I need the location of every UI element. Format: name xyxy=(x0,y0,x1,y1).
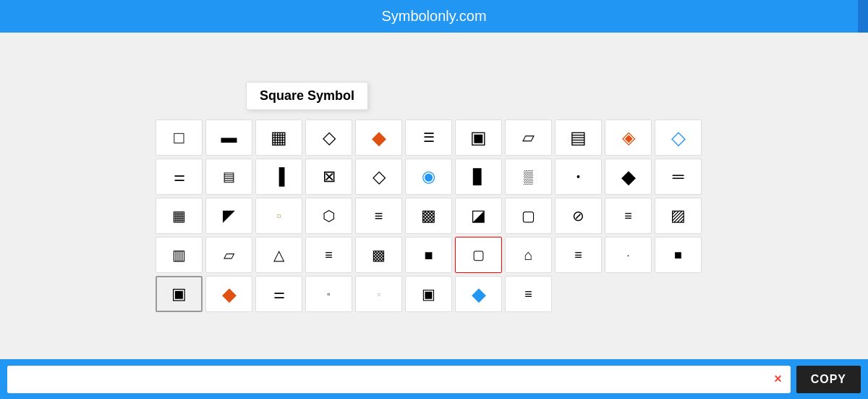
symbol-cell[interactable]: ⚌ xyxy=(255,276,302,312)
symbol-cell[interactable]: ▣ xyxy=(455,119,502,156)
symbol-cell[interactable]: ◈ xyxy=(605,119,652,156)
symbol-cell[interactable]: ⊠ xyxy=(305,159,352,195)
symbol-cell[interactable]: ≡ xyxy=(555,237,602,273)
symbol-cell[interactable]: ═ xyxy=(655,159,702,195)
symbol-cell[interactable]: ■ xyxy=(655,237,702,273)
symbol-cell[interactable]: ◆ xyxy=(355,119,402,156)
symbol-cell[interactable]: · xyxy=(605,237,652,273)
symbol-cell[interactable]: ≡ xyxy=(505,276,552,312)
symbol-cell[interactable]: ▐ xyxy=(255,159,302,195)
symbol-cell[interactable]: ▤ xyxy=(205,159,252,195)
symbol-cell[interactable]: □ xyxy=(156,119,203,156)
symbol-cell[interactable]: ◇ xyxy=(355,159,402,195)
symbol-cell[interactable]: ▨ xyxy=(655,198,702,234)
symbol-cell[interactable]: ◆ xyxy=(605,159,652,195)
symbol-cell[interactable]: ▥ xyxy=(156,237,203,273)
symbol-cell[interactable]: ⬡ xyxy=(305,198,352,234)
symbol-cell[interactable]: ▢ xyxy=(455,237,502,273)
symbol-cell[interactable]: ▣ xyxy=(405,276,452,312)
copy-input[interactable] xyxy=(13,366,771,393)
symbol-cell[interactable]: • xyxy=(555,159,602,195)
clear-icon[interactable]: × xyxy=(771,371,785,387)
symbol-cell[interactable]: △ xyxy=(255,237,302,273)
symbol-cell[interactable]: ⊘ xyxy=(555,198,602,234)
symbol-cell[interactable]: ▦ xyxy=(156,198,203,234)
symbol-cell[interactable]: ◆ xyxy=(205,276,252,312)
symbol-cell[interactable]: ◉ xyxy=(405,159,452,195)
symbol-cell[interactable]: ◇ xyxy=(305,119,352,156)
symbol-cell[interactable]: ▫ xyxy=(255,198,302,234)
symbol-cell[interactable]: ⌂ xyxy=(505,237,552,273)
symbol-cell[interactable]: ▣ xyxy=(156,276,203,312)
symbol-cell[interactable]: ▫ xyxy=(355,276,402,312)
site-title: Symbolonly.com xyxy=(381,8,486,25)
bottom-bar: × COPY xyxy=(0,359,868,399)
symbol-cell[interactable]: ▊ xyxy=(455,159,502,195)
symbol-cell[interactable]: ▩ xyxy=(405,198,452,234)
symbol-cell[interactable]: ▬ xyxy=(205,119,252,156)
scrollbar[interactable] xyxy=(858,0,868,33)
symbol-cell[interactable]: ▱ xyxy=(505,119,552,156)
symbol-cell[interactable]: ≡ xyxy=(605,198,652,234)
symbol-cell[interactable]: ▱ xyxy=(205,237,252,273)
symbol-cell[interactable]: ▦ xyxy=(255,119,302,156)
symbols-grid: □ ▬ ▦ ◇ ◆ ☰ ▣ ▱ ▤ ◈ ◇ ⚌ ▤ ▐ ⊠ ◇ ◉ ▊ ▒ • … xyxy=(156,119,734,312)
copy-button[interactable]: COPY xyxy=(796,366,861,393)
symbol-cell[interactable]: ≡ xyxy=(355,198,402,234)
symbol-cell[interactable]: ◆ xyxy=(455,276,502,312)
symbol-cell[interactable]: ◤ xyxy=(205,198,252,234)
symbol-cell[interactable]: ⚌ xyxy=(156,159,203,195)
symbol-cell[interactable]: ■ xyxy=(405,237,452,273)
symbol-cell[interactable]: ▩ xyxy=(355,237,402,273)
symbol-cell[interactable]: ◇ xyxy=(655,119,702,156)
symbol-cell[interactable]: ▒ xyxy=(505,159,552,195)
symbol-cell[interactable]: ☰ xyxy=(405,119,452,156)
symbol-cell[interactable]: ◪ xyxy=(455,198,502,234)
header: Symbolonly.com xyxy=(0,0,868,33)
symbol-cell[interactable]: ▤ xyxy=(555,119,602,156)
page-title: Square Symbol xyxy=(246,82,368,110)
symbol-cell[interactable]: ≡ xyxy=(305,237,352,273)
copy-input-container: × xyxy=(7,366,791,393)
symbol-cell[interactable]: ▢ xyxy=(505,198,552,234)
symbol-cell[interactable]: ▫ xyxy=(305,276,352,312)
